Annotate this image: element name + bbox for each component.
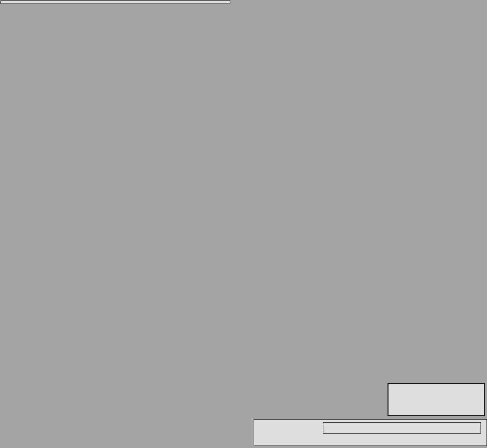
wind-speed-legend — [388, 383, 485, 416]
weather-map-page — [0, 0, 487, 448]
map-canvas — [0, 0, 487, 448]
cape-colorbar-legend — [254, 419, 487, 446]
map-title-box — [0, 0, 230, 4]
cape-colorbar — [323, 422, 481, 434]
